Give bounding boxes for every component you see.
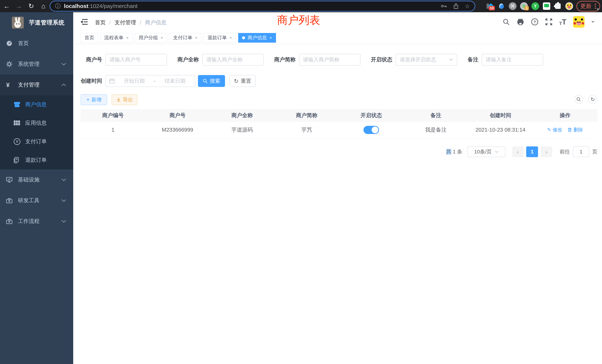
tab-refund-order[interactable]: 退款订单 × xyxy=(204,33,236,43)
tab-process-form[interactable]: 流程表单 × xyxy=(100,33,132,43)
avatar-caret-icon[interactable] xyxy=(591,21,595,24)
add-button[interactable]: + 新增 xyxy=(81,94,107,105)
goto-page-input[interactable] xyxy=(573,146,589,157)
password-key-icon[interactable] xyxy=(441,4,447,8)
chevron-down-icon xyxy=(495,151,499,153)
search-button[interactable]: 搜索 xyxy=(198,75,225,87)
tags-view-bar: 首页 流程表单 × 用户分组 × 支付订单 × 退款订单 × 商户信息 × xyxy=(73,32,602,44)
tab-user-group[interactable]: 用户分组 × xyxy=(135,33,167,43)
tab-pay-order[interactable]: 支付订单 × xyxy=(169,33,202,43)
browser-caret-icon[interactable] xyxy=(596,9,600,12)
extension-y-icon[interactable]: Y xyxy=(531,2,539,10)
cell-short-name: 芋艿 xyxy=(275,122,339,138)
col-status: 开启状态 xyxy=(339,109,404,121)
sidebar-item-label: 基础设施 xyxy=(18,176,40,183)
sidebar-item-infrastructure[interactable]: 基础设施 xyxy=(0,169,73,190)
breadcrumb: 首页 / 支付管理 / 商户信息 xyxy=(95,19,166,26)
github-icon[interactable] xyxy=(516,18,524,26)
breadcrumb-section[interactable]: 支付管理 xyxy=(115,19,136,26)
extension-status-icon[interactable]: 1 xyxy=(520,2,528,10)
merchant-no-input[interactable] xyxy=(106,54,167,66)
extension-balloon-icon[interactable] xyxy=(497,2,505,10)
col-actions: 操作 xyxy=(533,109,598,121)
remark-input[interactable] xyxy=(482,54,543,66)
top-navbar: 首页 / 支付管理 / 商户信息 商户列表 xyxy=(73,12,602,32)
export-button[interactable]: 导出 xyxy=(112,94,137,105)
main-area: 首页 / 支付管理 / 商户信息 商户列表 xyxy=(73,12,602,364)
sidebar-item-dev-tools[interactable]: 研发工具 xyxy=(0,190,73,211)
reset-button[interactable]: ↻ 重置 xyxy=(229,75,256,87)
short-name-input[interactable] xyxy=(299,54,361,66)
breadcrumb-current: 商户信息 xyxy=(145,19,166,26)
close-icon[interactable]: × xyxy=(269,35,272,40)
fullscreen-icon[interactable] xyxy=(545,18,552,26)
full-name-input[interactable] xyxy=(202,54,264,66)
font-size-icon[interactable]: TT xyxy=(559,18,566,26)
next-page-button[interactable]: › xyxy=(541,146,552,157)
tab-merchant-info[interactable]: 商户信息 × xyxy=(238,33,276,43)
prev-page-button[interactable]: ‹ xyxy=(512,146,524,157)
date-end-placeholder[interactable]: 结束日期 xyxy=(159,77,192,85)
delete-link[interactable]: 删除 xyxy=(568,127,583,133)
address-bar[interactable]: ⓘ localhost :1024/pay/merchant ☆ xyxy=(50,1,475,11)
table-mini-actions: ↻ xyxy=(574,95,597,104)
cell-full-name: 芋道源码 xyxy=(210,122,275,138)
close-icon[interactable]: × xyxy=(161,35,163,40)
profile-avatar-emoji[interactable] xyxy=(565,2,573,10)
site-info-icon[interactable]: ⓘ xyxy=(55,2,61,10)
extensions-puzzle-icon[interactable] xyxy=(554,2,562,10)
close-icon[interactable]: × xyxy=(229,35,232,40)
browser-menu-dots-icon[interactable] xyxy=(594,3,596,9)
sidebar-item-merchant-info[interactable]: 商户信息 xyxy=(0,95,73,114)
merchant-no-label: 商户号 xyxy=(86,56,102,63)
extension-layers-icon[interactable]: 10 xyxy=(486,2,494,10)
help-icon[interactable]: ? xyxy=(531,18,538,26)
cell-remark: 我是备注 xyxy=(404,122,468,138)
briefcase-icon xyxy=(6,218,18,224)
sidebar-item-app-info[interactable]: 应用信息 xyxy=(0,114,73,132)
search-icon[interactable] xyxy=(503,18,510,26)
share-icon[interactable] xyxy=(453,3,459,9)
toggle-search-button[interactable] xyxy=(574,95,583,104)
tab-home[interactable]: 首页 xyxy=(81,33,98,43)
edit-link[interactable]: ✎ 修改 xyxy=(547,127,562,133)
sidebar-collapse-icon[interactable] xyxy=(80,18,88,26)
search-form-row-1: 商户号 商户全称 商户简称 xyxy=(86,54,554,66)
status-toggle[interactable] xyxy=(364,126,379,134)
home-icon[interactable]: ⌂ xyxy=(40,2,47,10)
app-logo: 芋道管理系统 xyxy=(0,12,73,33)
extension-command-icon[interactable]: ⌘ xyxy=(509,2,517,10)
refresh-table-button[interactable]: ↻ xyxy=(588,95,597,104)
user-avatar[interactable] xyxy=(573,16,585,28)
sidebar-item-label: 支付管理 xyxy=(18,81,40,89)
reload-icon[interactable]: ↻ xyxy=(27,2,35,10)
sidebar-item-label: 系统管理 xyxy=(18,60,40,68)
sidebar-item-label: 退款订单 xyxy=(25,156,47,164)
sidebar-item-refund-order[interactable]: 退款订单 xyxy=(0,151,73,169)
extension-chat-icon[interactable] xyxy=(542,2,551,10)
sidebar-item-label: 商户信息 xyxy=(25,101,47,108)
close-icon[interactable]: × xyxy=(195,35,198,40)
page-1-button[interactable]: 1 xyxy=(526,146,538,157)
sidebar-item-home[interactable]: 首页 xyxy=(0,33,73,54)
plus-icon: + xyxy=(86,96,90,103)
breadcrumb-home[interactable]: 首页 xyxy=(95,19,106,26)
sidebar-item-system[interactable]: 系统管理 xyxy=(0,54,73,75)
sidebar-item-pay-order[interactable]: ¥ 支付订单 xyxy=(0,132,73,151)
close-icon[interactable]: × xyxy=(126,35,129,40)
page-unit-label: 页 xyxy=(592,148,597,155)
create-time-range-picker[interactable]: 开始日期 - 结束日期 xyxy=(106,75,195,87)
table-toolbar: + 新增 导出 xyxy=(81,94,137,105)
date-start-placeholder[interactable]: 开始日期 xyxy=(118,77,151,85)
search-form-row-2: 创建时间 开始日期 - 结束日期 xyxy=(81,75,256,87)
bookmark-star-icon[interactable]: ☆ xyxy=(465,3,470,10)
back-icon[interactable]: ← xyxy=(3,2,10,10)
sidebar-item-payment[interactable]: ¥ 支付管理 xyxy=(0,75,73,95)
chevron-down-icon xyxy=(61,63,66,66)
page-size-select[interactable]: 10条/页 xyxy=(467,146,505,157)
forward-icon[interactable]: → xyxy=(15,2,23,10)
sidebar-item-workflow[interactable]: 工作流程 xyxy=(0,211,73,232)
active-dot xyxy=(242,36,245,39)
screenshot-root: ← → ↻ ⌂ ⓘ localhost :1024/pay/merchant xyxy=(0,0,602,364)
status-select[interactable]: 请选择开启状态 xyxy=(396,54,457,66)
